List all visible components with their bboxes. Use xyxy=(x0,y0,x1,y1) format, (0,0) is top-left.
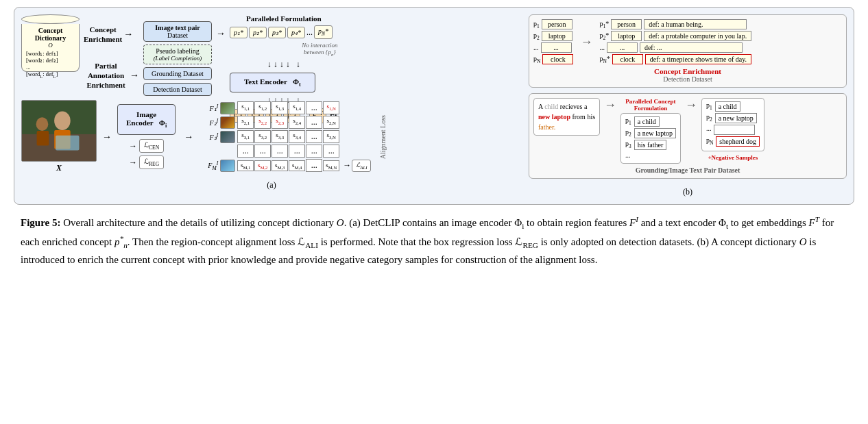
s31: s3,1 xyxy=(237,130,254,143)
p-star-item-n: pN* clock def: a timepiece shows time of… xyxy=(599,54,751,64)
matrix-thumb-1 xyxy=(220,102,235,114)
output-dots-label xyxy=(714,125,755,135)
output-concept-list: p1 a child p2 a new laptop ... xyxy=(701,98,764,151)
output-1-label: a child xyxy=(715,101,740,112)
grounding-dataset: Grounding Dataset xyxy=(143,67,212,80)
s1n: s1,N xyxy=(323,101,339,114)
p-star-n: pN* xyxy=(314,25,333,39)
main-container: Concept Dictionary O [word₁: def₁] [word… xyxy=(0,0,868,275)
concept-list: p1 a child p2 a new laptop p3 his father xyxy=(620,113,681,164)
concept-2-label: a new laptop xyxy=(634,128,676,138)
svg-rect-6 xyxy=(56,136,79,151)
s21: s2,1 xyxy=(237,116,254,129)
pseudo-labeling-dataset: Pseudo labeling (Label Completion) xyxy=(143,45,212,64)
p2-label: p2 xyxy=(533,32,540,41)
dots-5: ... xyxy=(306,145,322,158)
pstarn-def: def: a timepiece shows time of day. xyxy=(645,54,751,64)
matrix-thumb-3 xyxy=(220,131,235,143)
pstar1-def: def: a human being. xyxy=(644,19,747,29)
text-passage: A child recieves a new laptop from his f… xyxy=(533,98,600,136)
matrix-label-fm: FMI xyxy=(199,160,218,171)
no-interaction-label: No interactionbetween {pn} xyxy=(302,42,337,57)
loss-ali-box: ℒALI xyxy=(352,160,371,172)
arrow-to-loss-cen: → xyxy=(129,141,137,151)
dots-4: ... xyxy=(289,145,305,158)
pstar1-label: person xyxy=(611,19,642,29)
partial-annotation-label: Partial Annotation Enrichment xyxy=(84,61,128,90)
output-item-1: p1 a child xyxy=(706,101,760,112)
left-panel: Concept Dictionary O [word₁: def₁] [word… xyxy=(21,14,522,197)
output-item-2: p2 a new laptop xyxy=(706,113,760,123)
svg-point-2 xyxy=(54,112,71,130)
arrow-right-2: → xyxy=(130,70,139,81)
s24: s2,4 xyxy=(289,116,305,129)
matrix-thumb-m xyxy=(220,160,235,172)
concept-dict-content: [word₁: def₁] [word₂: def₂] ... [wordL: … xyxy=(26,50,75,79)
output-n-label: shepherd dog xyxy=(716,136,760,147)
dots-2: ... xyxy=(254,145,271,158)
arrow-to-loss-reg: → xyxy=(129,158,137,168)
caption-text: Figure 5: Overall architecture and the d… xyxy=(21,217,834,265)
detection-dataset-content: p1 person p2 laptop ... ... pN xyxy=(533,19,842,64)
concept-item-3: p3 his father xyxy=(625,140,676,150)
concept-1-label: a child xyxy=(634,116,660,127)
loss-reg-box: ℒREG xyxy=(139,155,164,169)
loss-cen-box: ℒCEN xyxy=(139,139,164,153)
p-star-item-1: p1* person def: a human being. xyxy=(599,19,751,29)
text-encoder-box: Text Encoder Φt xyxy=(230,73,315,92)
negative-samples-label: +Negative Samples xyxy=(701,154,764,161)
p-list-item-p2: p2 laptop xyxy=(533,31,573,41)
pn-label: pN xyxy=(533,55,540,64)
pn-concept: clock xyxy=(542,54,573,64)
sm-dots: ... xyxy=(306,159,322,172)
similarity-matrix: F₁I s1,1 s1,2 s1,3 s1,4 ... s1,N xyxy=(199,101,371,172)
detection-dataset-left: Detection Dataset xyxy=(143,83,212,96)
dots-6: ... xyxy=(323,145,339,158)
matrix-label-f3: F₃I xyxy=(199,132,218,141)
arrow-to-enriched: → xyxy=(580,35,592,49)
grounding-dataset-title: Grounding/Image Text Pair Dataset xyxy=(533,166,842,174)
s1-dots: ... xyxy=(306,101,322,114)
p-list-item-p1: p1 person xyxy=(533,19,573,29)
text-a: A xyxy=(538,103,544,110)
concept-item-1: p1 a child xyxy=(625,116,676,127)
detection-dataset-section: p1 person p2 laptop ... ... pN xyxy=(529,14,847,88)
concept-item-dots: ... xyxy=(625,151,676,159)
paralleled-formulation-label: Paralleled Formulation xyxy=(230,14,338,23)
s33: s3,3 xyxy=(272,130,288,143)
text-from: from his xyxy=(570,113,595,121)
s2n: s2,N xyxy=(323,116,339,129)
p1-label: p1 xyxy=(533,20,540,29)
p-list-input: p1 person p2 laptop ... ... pN xyxy=(533,19,573,64)
sm2: sM,2 xyxy=(254,160,271,171)
detection-dataset-subtitle: Detection Dataset xyxy=(533,75,842,83)
diagram-area: Concept Dictionary O [word₁: def₁] [word… xyxy=(14,7,854,205)
photo-svg xyxy=(22,100,96,162)
smn: sM,N xyxy=(323,160,339,171)
matrix-thumb-2 xyxy=(220,116,235,129)
image-encoder-box: ImageEncoder Φi xyxy=(117,104,176,135)
dict-wordl: [wordL: defL] xyxy=(26,71,75,79)
s13: s1,3 xyxy=(272,101,288,114)
arrow-to-concepts: → xyxy=(604,98,616,112)
cylinder-body: Concept Dictionary O [word₁: def₁] [word… xyxy=(21,24,80,72)
dict-word2: [word₂: def₂] xyxy=(26,57,75,64)
pstardots-label: ... xyxy=(607,42,638,53)
p-star-item-dots: ... ... def: ... xyxy=(599,42,751,53)
concept-dict-subtitle: O xyxy=(26,42,75,49)
sub-label-a: (a) xyxy=(21,180,522,190)
right-panel: p1 person p2 laptop ... ... pN xyxy=(529,14,847,197)
pstar2-def: def: a protable computer in you lap. xyxy=(644,31,751,41)
cylinder-top xyxy=(21,14,80,24)
figure-caption: Figure 5: Overall architecture and the d… xyxy=(14,213,854,268)
output-2-label: a new laptop xyxy=(715,113,757,123)
x-label: X xyxy=(56,163,62,173)
sm4: sM,4 xyxy=(289,160,305,171)
text-new-laptop: new laptop xyxy=(538,113,570,121)
p-list-item-pn: pN clock xyxy=(533,54,573,64)
arrow-right-1: → xyxy=(123,29,133,40)
svg-rect-5 xyxy=(37,131,49,146)
grounding-dataset-section: A child recieves a new laptop from his f… xyxy=(529,93,847,179)
matrix-label-f2: F₂I xyxy=(199,118,218,127)
detection-dataset-title: Concept Enrichment xyxy=(533,67,842,75)
